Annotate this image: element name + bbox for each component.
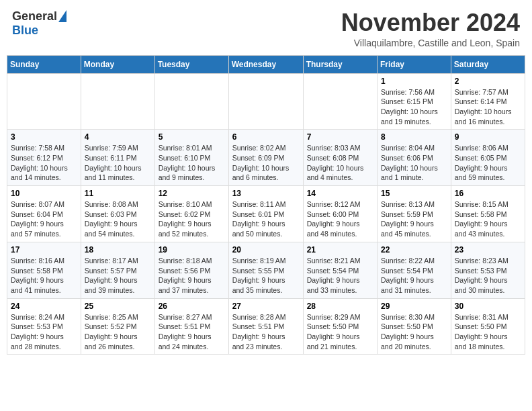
day-info: Sunrise: 7:57 AM Sunset: 6:14 PM Dayligh… xyxy=(455,87,521,127)
calendar-cell: 22Sunrise: 8:22 AM Sunset: 5:54 PM Dayli… xyxy=(378,242,451,298)
day-number: 30 xyxy=(455,302,521,311)
day-info: Sunrise: 8:03 AM Sunset: 6:08 PM Dayligh… xyxy=(307,143,373,183)
calendar-week-2: 3Sunrise: 7:58 AM Sunset: 6:12 PM Daylig… xyxy=(7,130,525,186)
calendar-cell: 4Sunrise: 7:59 AM Sunset: 6:11 PM Daylig… xyxy=(81,130,154,186)
calendar-cell: 16Sunrise: 8:15 AM Sunset: 5:58 PM Dayli… xyxy=(451,186,525,242)
day-number: 2 xyxy=(455,77,521,86)
day-info: Sunrise: 8:28 AM Sunset: 5:51 PM Dayligh… xyxy=(232,312,300,352)
calendar-header-row: SundayMondayTuesdayWednesdayThursdayFrid… xyxy=(7,55,525,73)
day-info: Sunrise: 8:15 AM Sunset: 5:58 PM Dayligh… xyxy=(455,199,521,239)
day-number: 27 xyxy=(232,302,300,311)
calendar-table: SundayMondayTuesdayWednesdayThursdayFrid… xyxy=(7,55,525,355)
calendar-cell: 17Sunrise: 8:16 AM Sunset: 5:58 PM Dayli… xyxy=(7,242,81,298)
day-info: Sunrise: 8:01 AM Sunset: 6:10 PM Dayligh… xyxy=(159,143,225,183)
weekday-header-monday: Monday xyxy=(81,55,154,73)
calendar-cell: 5Sunrise: 8:01 AM Sunset: 6:10 PM Daylig… xyxy=(154,130,228,186)
logo-general-text: General xyxy=(12,9,57,24)
day-info: Sunrise: 7:56 AM Sunset: 6:15 PM Dayligh… xyxy=(381,87,447,127)
day-info: Sunrise: 8:23 AM Sunset: 5:53 PM Dayligh… xyxy=(455,256,521,295)
calendar-week-1: 1Sunrise: 7:56 AM Sunset: 6:15 PM Daylig… xyxy=(7,73,525,130)
title-section: November 2024 Villaquilambre, Castille a… xyxy=(341,9,520,48)
logo: General Blue xyxy=(12,9,66,38)
day-info: Sunrise: 8:16 AM Sunset: 5:58 PM Dayligh… xyxy=(11,256,77,295)
day-info: Sunrise: 8:21 AM Sunset: 5:54 PM Dayligh… xyxy=(307,256,373,295)
day-number: 6 xyxy=(232,132,300,142)
day-info: Sunrise: 8:30 AM Sunset: 5:50 PM Dayligh… xyxy=(381,312,447,352)
day-number: 18 xyxy=(85,245,151,255)
day-info: Sunrise: 8:13 AM Sunset: 5:59 PM Dayligh… xyxy=(381,199,447,239)
day-number: 12 xyxy=(159,189,225,198)
calendar-cell: 9Sunrise: 8:06 AM Sunset: 6:05 PM Daylig… xyxy=(451,130,525,186)
day-number: 9 xyxy=(455,132,521,142)
calendar-cell xyxy=(81,73,154,130)
day-number: 10 xyxy=(11,189,77,198)
calendar-cell: 3Sunrise: 7:58 AM Sunset: 6:12 PM Daylig… xyxy=(7,130,81,186)
calendar-cell: 8Sunrise: 8:04 AM Sunset: 6:06 PM Daylig… xyxy=(378,130,451,186)
day-number: 3 xyxy=(11,132,77,142)
day-number: 13 xyxy=(232,189,300,198)
calendar-cell xyxy=(303,73,377,130)
day-number: 14 xyxy=(307,189,373,198)
day-info: Sunrise: 8:22 AM Sunset: 5:54 PM Dayligh… xyxy=(381,256,447,295)
calendar-cell: 24Sunrise: 8:24 AM Sunset: 5:53 PM Dayli… xyxy=(7,298,81,355)
calendar-cell: 29Sunrise: 8:30 AM Sunset: 5:50 PM Dayli… xyxy=(378,298,451,355)
calendar-cell: 27Sunrise: 8:28 AM Sunset: 5:51 PM Dayli… xyxy=(228,298,303,355)
calendar-cell: 6Sunrise: 8:02 AM Sunset: 6:09 PM Daylig… xyxy=(228,130,303,186)
day-info: Sunrise: 8:07 AM Sunset: 6:04 PM Dayligh… xyxy=(11,199,77,239)
day-info: Sunrise: 7:59 AM Sunset: 6:11 PM Dayligh… xyxy=(85,143,151,183)
day-info: Sunrise: 8:24 AM Sunset: 5:53 PM Dayligh… xyxy=(11,312,77,352)
calendar-cell: 25Sunrise: 8:25 AM Sunset: 5:52 PM Dayli… xyxy=(81,298,154,355)
weekday-header-friday: Friday xyxy=(378,55,451,73)
calendar-cell: 28Sunrise: 8:29 AM Sunset: 5:50 PM Dayli… xyxy=(303,298,377,355)
calendar-cell: 26Sunrise: 8:27 AM Sunset: 5:51 PM Dayli… xyxy=(154,298,228,355)
calendar-cell: 7Sunrise: 8:03 AM Sunset: 6:08 PM Daylig… xyxy=(303,130,377,186)
day-number: 4 xyxy=(85,132,151,142)
weekday-header-saturday: Saturday xyxy=(451,55,525,73)
day-number: 1 xyxy=(381,77,447,86)
calendar-cell xyxy=(7,73,81,130)
calendar-cell: 20Sunrise: 8:19 AM Sunset: 5:55 PM Dayli… xyxy=(228,242,303,298)
calendar-cell: 18Sunrise: 8:17 AM Sunset: 5:57 PM Dayli… xyxy=(81,242,154,298)
day-number: 21 xyxy=(307,245,373,255)
day-info: Sunrise: 8:27 AM Sunset: 5:51 PM Dayligh… xyxy=(159,312,225,352)
calendar-cell: 19Sunrise: 8:18 AM Sunset: 5:56 PM Dayli… xyxy=(154,242,228,298)
day-number: 23 xyxy=(455,245,521,255)
calendar-week-5: 24Sunrise: 8:24 AM Sunset: 5:53 PM Dayli… xyxy=(7,298,525,355)
day-number: 29 xyxy=(381,302,447,311)
calendar-cell: 12Sunrise: 8:10 AM Sunset: 6:02 PM Dayli… xyxy=(154,186,228,242)
calendar-cell xyxy=(228,73,303,130)
day-number: 7 xyxy=(307,132,373,142)
day-number: 19 xyxy=(159,245,225,255)
weekday-header-wednesday: Wednesday xyxy=(228,55,303,73)
day-info: Sunrise: 8:25 AM Sunset: 5:52 PM Dayligh… xyxy=(85,312,151,352)
calendar-cell xyxy=(154,73,228,130)
day-number: 5 xyxy=(159,132,225,142)
day-info: Sunrise: 8:12 AM Sunset: 6:00 PM Dayligh… xyxy=(307,199,373,239)
day-info: Sunrise: 8:17 AM Sunset: 5:57 PM Dayligh… xyxy=(85,256,151,295)
day-info: Sunrise: 7:58 AM Sunset: 6:12 PM Dayligh… xyxy=(11,143,77,183)
calendar-cell: 13Sunrise: 8:11 AM Sunset: 6:01 PM Dayli… xyxy=(228,186,303,242)
calendar-cell: 21Sunrise: 8:21 AM Sunset: 5:54 PM Dayli… xyxy=(303,242,377,298)
logo-blue-text: Blue xyxy=(12,24,38,38)
day-number: 11 xyxy=(85,189,151,198)
month-title: November 2024 xyxy=(341,9,520,36)
calendar-week-4: 17Sunrise: 8:16 AM Sunset: 5:58 PM Dayli… xyxy=(7,242,525,298)
weekday-header-sunday: Sunday xyxy=(7,55,81,73)
day-number: 20 xyxy=(232,245,300,255)
calendar-cell: 11Sunrise: 8:08 AM Sunset: 6:03 PM Dayli… xyxy=(81,186,154,242)
day-number: 8 xyxy=(381,132,447,142)
day-info: Sunrise: 8:08 AM Sunset: 6:03 PM Dayligh… xyxy=(85,199,151,239)
day-number: 16 xyxy=(455,189,521,198)
logo-triangle-icon xyxy=(58,10,66,22)
day-info: Sunrise: 8:04 AM Sunset: 6:06 PM Dayligh… xyxy=(381,143,447,183)
weekday-header-thursday: Thursday xyxy=(303,55,377,73)
day-info: Sunrise: 8:19 AM Sunset: 5:55 PM Dayligh… xyxy=(232,256,300,295)
calendar-cell: 23Sunrise: 8:23 AM Sunset: 5:53 PM Dayli… xyxy=(451,242,525,298)
day-info: Sunrise: 8:11 AM Sunset: 6:01 PM Dayligh… xyxy=(232,199,300,239)
calendar-cell: 1Sunrise: 7:56 AM Sunset: 6:15 PM Daylig… xyxy=(378,73,451,130)
day-info: Sunrise: 8:02 AM Sunset: 6:09 PM Dayligh… xyxy=(232,143,300,183)
page-header: General Blue November 2024 Villaquilambr… xyxy=(7,7,525,51)
day-number: 22 xyxy=(381,245,447,255)
calendar-cell: 14Sunrise: 8:12 AM Sunset: 6:00 PM Dayli… xyxy=(303,186,377,242)
day-number: 28 xyxy=(307,302,373,311)
